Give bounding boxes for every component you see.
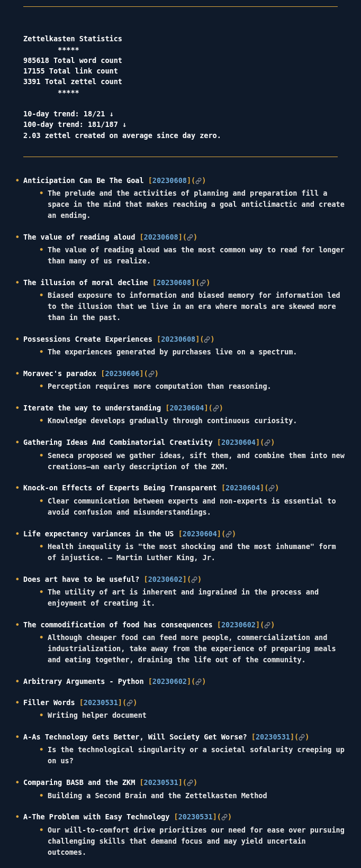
link-icon	[200, 280, 206, 286]
entry-date-link[interactable]: 20230608	[144, 233, 178, 241]
entry-title: Moravec's paradox	[23, 369, 96, 378]
entry-desc-list: Clear communication between experts and …	[23, 494, 349, 518]
link-icon	[221, 814, 228, 820]
entry-date-link[interactable]: 20230602	[221, 620, 256, 629]
bracket-close: ](	[213, 812, 221, 821]
bracket-close: )	[228, 812, 232, 821]
bracket-close: ](	[178, 778, 187, 787]
entry-title: A-As Technology Gets Better, Will Societ…	[23, 733, 247, 741]
entry-date-link[interactable]: 20230604	[183, 529, 217, 538]
entry-date-link[interactable]: 20230531	[178, 812, 213, 821]
entry-title: Comparing BASB and the ZKM	[23, 778, 135, 787]
entry-date-link[interactable]: 20230531	[144, 778, 178, 787]
entry-desc-list: Seneca proposed we gather ideas, sift th…	[23, 448, 349, 472]
link-icon	[213, 405, 219, 412]
entry-desc-list: The value of reading aloud was the most …	[23, 242, 349, 267]
entry-desc-list: Building a Second Brain and the Zettelka…	[23, 788, 349, 801]
entry-date-link[interactable]: 20230608	[157, 278, 191, 287]
stats-avg: 2.03 zettel created on average since day…	[23, 131, 221, 140]
entry-date-link[interactable]: 20230604	[225, 483, 260, 492]
entry-desc: Knowledge develops gradually through con…	[38, 415, 349, 426]
entry-desc: Building a Second Brain and the Zettelka…	[38, 790, 349, 801]
entry-item: Possessions Create Experiences [20230608…	[12, 334, 349, 358]
bracket-open: [	[221, 483, 225, 492]
entry-date-link[interactable]: 20230604	[169, 404, 204, 412]
stats-stars: *****	[58, 45, 79, 54]
entry-desc-list: Perception requires more computation tha…	[23, 379, 349, 392]
entry-desc: Our will-to-comfort drive prioritizes ou…	[38, 825, 349, 858]
bracket-open: [	[79, 698, 84, 707]
entry-desc: Seneca proposed we gather ideas, sift th…	[38, 450, 349, 472]
entry-item: The value of reading aloud [20230608]()T…	[12, 232, 349, 267]
bracket-close: )	[133, 698, 137, 707]
divider	[23, 6, 338, 7]
link-icon	[299, 734, 305, 741]
entry-title: A-The Problem with Easy Technology	[23, 812, 169, 821]
entry-title: The illusion of moral decline	[23, 278, 148, 287]
entry-title: Life expectancy variances in the US	[23, 529, 174, 538]
entry-item: The commodification of food has conseque…	[12, 619, 349, 665]
entry-item: Filler Words [20230531]()Writing helper …	[12, 697, 349, 721]
link-icon	[264, 440, 270, 446]
bracket-open: [	[139, 233, 143, 241]
entry-title: The commodification of food has conseque…	[23, 620, 213, 629]
bracket-open: [	[148, 176, 152, 185]
entry-desc: Although cheaper food can feed more peop…	[38, 632, 349, 665]
entry-date-link[interactable]: 20230606	[105, 369, 139, 378]
bracket-close: ](	[260, 483, 268, 492]
link-icon	[148, 371, 155, 377]
entry-title: Arbitrary Arguments - Python	[23, 677, 144, 686]
entry-item: Does art have to be useful? [20230602]()…	[12, 574, 349, 609]
stats-zettel-count: 3391 Total zettel count	[23, 77, 122, 86]
bracket-close: )	[202, 176, 206, 185]
entry-title: Knock-on Effects of Experts Being Transp…	[23, 483, 217, 492]
stats-word-count: 985618 Total word count	[23, 56, 122, 65]
entry-desc: The utility of art is inherent and ingra…	[38, 587, 349, 609]
entry-desc: Health inequality is "the most shocking …	[38, 541, 349, 563]
entry-item: The illusion of moral decline [20230608]…	[12, 277, 349, 323]
entry-desc: Is the technological singularity or a so…	[38, 744, 349, 766]
entry-desc: The prelude and the activities of planni…	[38, 188, 349, 221]
entry-desc-list: Biased exposure to information and biase…	[23, 288, 349, 323]
link-icon	[204, 336, 210, 343]
entry-date-link[interactable]: 20230531	[256, 733, 290, 741]
link-icon	[127, 700, 133, 706]
entry-date-link[interactable]: 20230608	[161, 335, 195, 343]
entry-date-link[interactable]: 20230602	[152, 677, 187, 686]
entry-desc: The value of reading aloud was the most …	[38, 244, 349, 267]
bracket-close: ](	[195, 335, 204, 343]
entry-item: A-The Problem with Easy Technology [2023…	[12, 811, 349, 857]
bracket-open: [	[139, 778, 143, 787]
bracket-open: [	[157, 335, 161, 343]
entry-date-link[interactable]: 20230604	[221, 438, 256, 446]
link-icon	[191, 577, 197, 583]
entry-date-link[interactable]: 20230608	[152, 176, 187, 185]
entry-desc-list: Although cheaper food can feed more peop…	[23, 630, 349, 665]
entry-desc-list: Is the technological singularity or a so…	[23, 742, 349, 766]
entry-date-link[interactable]: 20230531	[84, 698, 118, 707]
bracket-close: ](	[178, 233, 187, 241]
entry-desc: Clear communication between experts and …	[38, 496, 349, 518]
entry-desc-list: Our will-to-comfort drive prioritizes ou…	[23, 823, 349, 858]
stats-title: Zettelkasten Statistics	[23, 34, 122, 43]
entry-title: Possessions Create Experiences	[23, 335, 152, 343]
entry-title: Does art have to be useful?	[23, 575, 139, 583]
bracket-open: [	[217, 438, 221, 446]
link-icon	[264, 622, 270, 628]
bracket-close: )	[210, 335, 214, 343]
bracket-close: ](	[118, 698, 127, 707]
entry-date-link[interactable]: 20230602	[148, 575, 183, 583]
bracket-open: [	[217, 620, 221, 629]
bracket-close: )	[219, 404, 223, 412]
bracket-close: )	[275, 483, 279, 492]
entry-desc-list: Knowledge develops gradually through con…	[23, 413, 349, 426]
entry-title: Gathering Ideas And Combinatorial Creati…	[23, 438, 213, 446]
bracket-close: ](	[187, 677, 195, 686]
stats-block: Zettelkasten Statistics ***** 985618 Tot…	[0, 13, 361, 150]
link-icon	[195, 679, 202, 685]
bracket-close: )	[206, 278, 210, 287]
bracket-open: [	[251, 733, 256, 741]
stats-link-count: 17155 Total link count	[23, 67, 118, 75]
bracket-open: [	[148, 677, 152, 686]
bracket-close: ](	[217, 529, 225, 538]
